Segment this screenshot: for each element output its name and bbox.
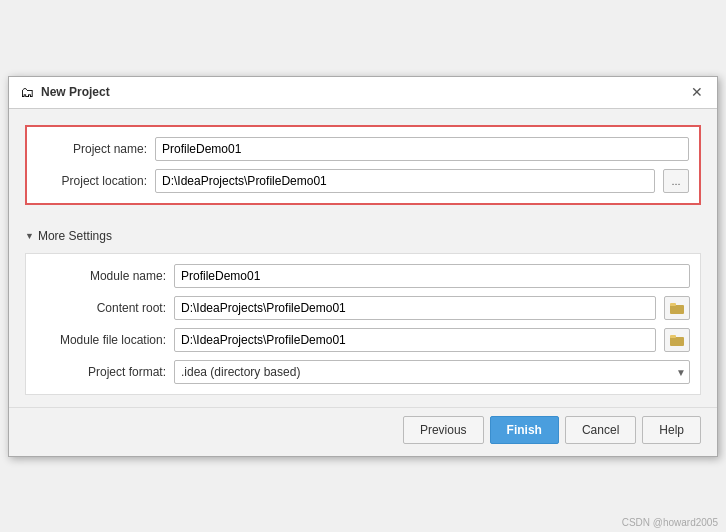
project-form-section: Project name: Project location: ... bbox=[25, 125, 701, 205]
previous-button[interactable]: Previous bbox=[403, 416, 484, 444]
module-file-label: Module file location: bbox=[36, 333, 166, 347]
project-location-label: Project location: bbox=[37, 174, 147, 188]
module-file-row: Module file location: bbox=[36, 328, 690, 352]
project-name-label: Project name: bbox=[37, 142, 147, 156]
folder-icon-2 bbox=[670, 334, 684, 346]
project-format-label: Project format: bbox=[36, 365, 166, 379]
expand-icon: ▼ bbox=[25, 231, 34, 241]
svg-rect-1 bbox=[670, 303, 676, 306]
title-bar: 🗂 New Project ✕ bbox=[9, 77, 717, 109]
dialog-footer: Previous Finish Cancel Help bbox=[9, 407, 717, 456]
browse-button[interactable]: ... bbox=[663, 169, 689, 193]
watermark: CSDN @howard2005 bbox=[622, 517, 718, 528]
more-settings-form: Module name: Content root: bbox=[25, 253, 701, 395]
title-bar-left: 🗂 New Project bbox=[19, 84, 110, 100]
project-name-input[interactable] bbox=[155, 137, 689, 161]
module-file-input[interactable] bbox=[174, 328, 656, 352]
help-button[interactable]: Help bbox=[642, 416, 701, 444]
content-root-browse-button[interactable] bbox=[664, 296, 690, 320]
content-root-label: Content root: bbox=[36, 301, 166, 315]
svg-rect-0 bbox=[670, 305, 684, 314]
more-settings-section: ▼ More Settings Module name: Content roo… bbox=[25, 229, 701, 395]
module-name-label: Module name: bbox=[36, 269, 166, 283]
dialog-icon: 🗂 bbox=[19, 84, 35, 100]
project-location-input[interactable] bbox=[155, 169, 655, 193]
module-name-input[interactable] bbox=[174, 264, 690, 288]
folder-icon bbox=[670, 302, 684, 314]
dialog-title: New Project bbox=[41, 85, 110, 99]
close-button[interactable]: ✕ bbox=[687, 82, 707, 102]
cancel-button[interactable]: Cancel bbox=[565, 416, 636, 444]
project-name-row: Project name: bbox=[37, 137, 689, 161]
svg-rect-3 bbox=[670, 335, 676, 338]
content-root-input[interactable] bbox=[174, 296, 656, 320]
module-name-row: Module name: bbox=[36, 264, 690, 288]
project-format-select[interactable]: .idea (directory based) Eclipse (.classp… bbox=[174, 360, 690, 384]
project-format-row: Project format: .idea (directory based) … bbox=[36, 360, 690, 384]
new-project-dialog: 🗂 New Project ✕ Project name: Project lo… bbox=[8, 76, 718, 457]
finish-button[interactable]: Finish bbox=[490, 416, 559, 444]
content-root-row: Content root: bbox=[36, 296, 690, 320]
project-location-row: Project location: ... bbox=[37, 169, 689, 193]
module-file-browse-button[interactable] bbox=[664, 328, 690, 352]
svg-rect-2 bbox=[670, 337, 684, 346]
project-format-select-wrap: .idea (directory based) Eclipse (.classp… bbox=[174, 360, 690, 384]
more-settings-label: More Settings bbox=[38, 229, 112, 243]
more-settings-header[interactable]: ▼ More Settings bbox=[25, 229, 701, 243]
dialog-body: Project name: Project location: ... ▼ Mo… bbox=[9, 109, 717, 405]
